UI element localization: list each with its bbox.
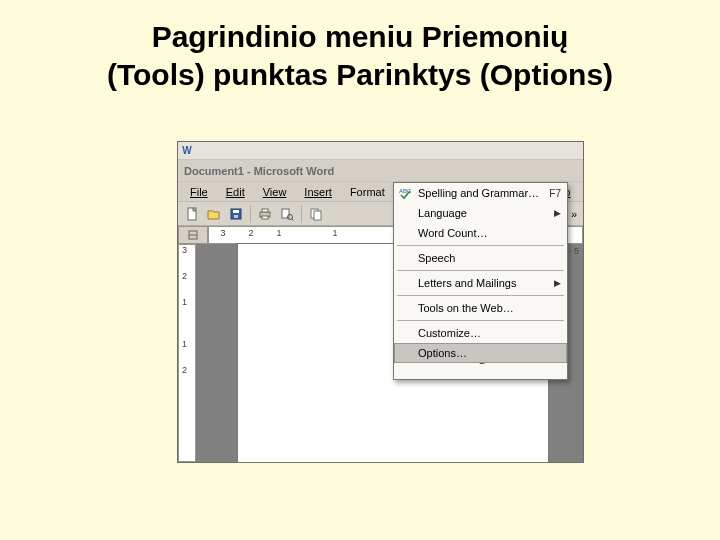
print-preview-button[interactable] [277, 204, 297, 224]
menu-file[interactable]: File [182, 184, 216, 200]
submenu-arrow-icon: ▶ [554, 278, 561, 288]
svg-rect-6 [262, 216, 268, 219]
menu-word-count[interactable]: Word Count… [394, 223, 567, 243]
menu-expand-chevron[interactable]: ˇˇ [394, 363, 567, 379]
word-app-icon: W [180, 144, 194, 158]
slide-title: Pagrindinio meniu Priemonių (Tools) punk… [0, 0, 720, 101]
toolbar-separator [250, 205, 251, 223]
menu-letters-mailings[interactable]: Letters and Mailings ▶ [394, 273, 567, 293]
menu-separator [397, 295, 564, 296]
svg-text:ABC: ABC [399, 188, 412, 194]
tools-dropdown: ABC Spelling and Grammar… F7 Language ▶ … [393, 182, 568, 380]
ruler-corner[interactable] [178, 226, 208, 244]
open-button[interactable] [204, 204, 224, 224]
menu-options[interactable]: Options… [394, 343, 567, 363]
toolbar-overflow-button[interactable]: » [571, 208, 577, 220]
submenu-arrow-icon: ▶ [554, 208, 561, 218]
menu-separator [397, 270, 564, 271]
new-doc-button[interactable] [182, 204, 202, 224]
menu-customize[interactable]: Customize… [394, 323, 567, 343]
print-button[interactable] [255, 204, 275, 224]
menu-format[interactable]: Format [342, 184, 393, 200]
vertical-ruler[interactable]: 3 2 1 1 2 [178, 244, 196, 462]
toolbar-separator [301, 205, 302, 223]
accel-f7: F7 [543, 188, 561, 199]
menu-language[interactable]: Language ▶ [394, 203, 567, 223]
svg-rect-2 [233, 210, 239, 213]
menu-edit[interactable]: Edit [218, 184, 253, 200]
menu-insert[interactable]: Insert [296, 184, 340, 200]
ruler-right-overflow: · 5 [569, 246, 579, 256]
app-icon-bar: W [178, 142, 583, 160]
svg-rect-3 [234, 215, 238, 218]
menu-separator [397, 245, 564, 246]
menu-separator [397, 320, 564, 321]
spellcheck-icon: ABC [398, 186, 412, 200]
menu-spelling[interactable]: ABC Spelling and Grammar… F7 [394, 183, 567, 203]
word-window: W Document1 - Microsoft Word File Edit V… [178, 142, 583, 462]
svg-line-9 [292, 219, 294, 221]
svg-rect-5 [262, 209, 268, 212]
menu-tools-web[interactable]: Tools on the Web… [394, 298, 567, 318]
menu-view[interactable]: View [255, 184, 295, 200]
copy-button[interactable] [306, 204, 326, 224]
svg-rect-11 [314, 211, 321, 220]
titlebar: Document1 - Microsoft Word [178, 160, 583, 182]
menu-speech[interactable]: Speech [394, 248, 567, 268]
save-button[interactable] [226, 204, 246, 224]
window-title: Document1 - Microsoft Word [184, 165, 334, 177]
